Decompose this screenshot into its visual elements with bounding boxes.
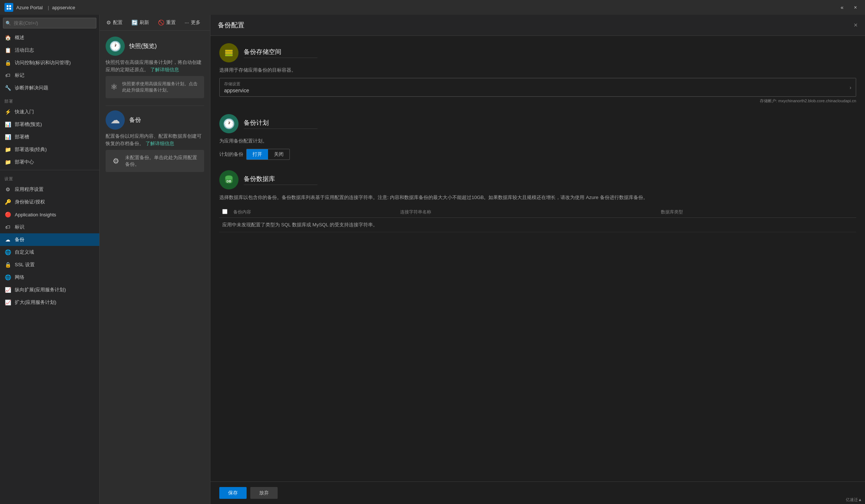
sidebar-item-diagnose[interactable]: 🔧 诊断并解决问题 <box>0 82 99 94</box>
svg-rect-1 <box>225 52 233 54</box>
config-btn[interactable]: ⚙ 配置 <box>104 18 125 27</box>
sidebar-item-ssl[interactable]: 🔒 SSL 设置 <box>0 258 99 271</box>
storage-desc: 选择用于存储应用备份的目标容器。 <box>219 67 856 73</box>
backup-header: ☁ 备份 <box>106 110 204 130</box>
snapshot-warning[interactable]: ⚛ 快照要求使用高级应用服务计划。点击此处升级应用服务计划。 <box>106 76 204 98</box>
sidebar-item-custom-domain[interactable]: 🌐 自定义域 <box>0 246 99 258</box>
dialog-footer: 保存 放弃 <box>210 481 865 504</box>
db-header-checkbox[interactable] <box>222 209 227 214</box>
dialog-title: 备份配置 <box>218 21 244 30</box>
db-col-content: 备份内容 <box>230 207 397 218</box>
nav-label-overview: 概述 <box>15 34 24 41</box>
config-icon: ⚙ <box>106 20 111 25</box>
nav-icon-overview: 🏠 <box>4 34 11 41</box>
dialog-body: 备份存储空间 选择用于存储应用备份的目标容器。 存储设置 appservice … <box>210 36 865 481</box>
sidebar-item-deployment-options[interactable]: 📁 部署选项(经典) <box>0 143 99 156</box>
title-bar-controls: « × <box>837 2 861 13</box>
storage-section: 备份存储空间 选择用于存储应用备份的目标容器。 存储设置 appservice … <box>219 43 856 104</box>
nav-label-deployment-center: 部署中心 <box>15 159 34 165</box>
middle-content: 🕐 快照(预览) 快照托管在高级应用服务计划时，将自动创建应用的定期还原点。 了… <box>100 31 210 504</box>
middle-panel: ⚙ 配置 🔄 刷新 🚫 重置 ··· 更多 🕐 快照(预览) <box>100 15 210 504</box>
schedule-toggle: 计划的备份 打开 关闭 <box>219 149 856 160</box>
nav-label-deployment-slot: 部署槽 <box>15 134 29 140</box>
nav-label-activity-log: 活动日志 <box>15 47 34 54</box>
config-label: 配置 <box>113 19 123 26</box>
search-input[interactable] <box>3 18 96 28</box>
refresh-btn[interactable]: 🔄 刷新 <box>129 18 151 27</box>
schedule-header: 🕐 备份计划 <box>219 114 856 133</box>
configure-icon: ⚙ <box>110 154 121 168</box>
bottom-text: 亿速迁▲ <box>846 497 862 502</box>
snapshot-link[interactable]: 了解详细信息 <box>150 67 179 72</box>
more-btn[interactable]: ··· 更多 <box>182 18 203 27</box>
toggle-group: 打开 关闭 <box>246 149 290 160</box>
sidebar-item-auth[interactable]: 🔑 身份验证/授权 <box>0 196 99 208</box>
sidebar-item-activity-log[interactable]: 📋 活动日志 <box>0 44 99 56</box>
middle-toolbar: ⚙ 配置 🔄 刷新 🚫 重置 ··· 更多 <box>100 15 210 31</box>
nav-icon-backup: ☁ <box>4 236 11 243</box>
nav-label-tags: 标记 <box>15 72 24 79</box>
nav-icon-quickstart: ⚡ <box>4 109 11 115</box>
nav-icon-activity-log: 📋 <box>4 47 11 54</box>
storage-account-text: 存储帐户: mxychinanorth2.blob.core.chinaclou… <box>219 98 856 104</box>
nav-items: 🏠 概述 📋 活动日志 🔒 访问控制(标识和访问管理) 🏷 标记 🔧 诊断并解决… <box>0 31 99 94</box>
configure-text: 未配置备份。单击此处为应用配置备份。 <box>125 154 200 168</box>
reset-btn[interactable]: 🚫 重置 <box>156 18 178 27</box>
nav-icon-app-insights: 🔴 <box>4 211 11 218</box>
nav-divider <box>0 170 99 170</box>
db-title: 备份数据库 <box>244 175 317 185</box>
sidebar-item-scale-up[interactable]: 📈 纵向扩展(应用服务计划) <box>0 284 99 296</box>
nav-label-app-insights: Application Insights <box>15 212 56 217</box>
sidebar-item-app-insights[interactable]: 🔴 Application Insights <box>0 208 99 221</box>
backup-icon: ☁ <box>106 110 125 130</box>
nav-icon-auth: 🔑 <box>4 199 11 205</box>
dialog-close-btn[interactable]: × <box>854 21 858 29</box>
nav-icon-custom-domain: 🌐 <box>4 249 11 256</box>
sidebar-item-network[interactable]: 🌐 网络 <box>0 271 99 284</box>
snapshot-card: 🕐 快照(预览) 快照托管在高级应用服务计划时，将自动创建应用的定期还原点。 了… <box>106 37 204 98</box>
toggle-label: 计划的备份 <box>219 151 243 158</box>
nav-label-deployment-options: 部署选项(经典) <box>15 146 47 153</box>
db-col-conn: 连接字符串名称 <box>397 207 658 218</box>
nav-icon-ssl: 🔒 <box>4 261 11 268</box>
save-button[interactable]: 保存 <box>219 487 247 499</box>
configure-box[interactable]: ⚙ 未配置备份。单击此处为应用配置备份。 <box>106 150 204 172</box>
nav-label-deployment-slot-preview: 部署槽(预览) <box>15 121 42 128</box>
sidebar-item-tags[interactable]: 🏷 标记 <box>0 69 99 82</box>
section-divider <box>106 106 204 106</box>
toggle-off-btn[interactable]: 关闭 <box>268 149 289 160</box>
sidebar-item-app-settings[interactable]: ⚙ 应用程序设置 <box>0 183 99 196</box>
db-desc: 选择数据库以包含你的备份。备份数据库列表基于应用配置的连接字符串。注意: 内容和… <box>219 194 856 202</box>
sidebar-item-deployment-slot[interactable]: 📊 部署槽 <box>0 131 99 143</box>
nav-icon-network: 🌐 <box>4 274 11 281</box>
nav-label-diagnose: 诊断并解决问题 <box>15 85 48 91</box>
sidebar-item-backup[interactable]: ☁ 备份 <box>0 233 99 246</box>
close-btn[interactable]: × <box>850 2 861 13</box>
settings-section-header: 设置 <box>0 172 99 183</box>
bottom-bar: 亿速迁▲ <box>843 496 865 504</box>
nav-label-auth: 身份验证/授权 <box>15 199 45 205</box>
db-empty-row: 应用中未发现配置了类型为 SQL 数据库或 MySQL 的受支持连接字符串。 <box>219 217 856 232</box>
backup-link[interactable]: 了解详细信息 <box>145 141 174 146</box>
collapse-btn[interactable]: « <box>837 2 847 13</box>
sidebar-item-deployment-slot-preview[interactable]: 📊 部署槽(预览) <box>0 118 99 131</box>
sidebar-item-identity[interactable]: 🏷 标识 <box>0 221 99 233</box>
storage-value: appservice <box>224 88 249 93</box>
sidebar-item-deployment-center[interactable]: 📁 部署中心 <box>0 156 99 168</box>
snapshot-icon: 🕐 <box>106 37 125 56</box>
storage-title: 备份存储空间 <box>244 48 317 58</box>
svg-text:DB: DB <box>227 179 231 183</box>
storage-arrow-icon: › <box>849 85 851 90</box>
toggle-on-btn[interactable]: 打开 <box>247 149 268 160</box>
nav-label-custom-domain: 自定义域 <box>15 249 34 256</box>
sidebar-item-scale-out[interactable]: 📈 扩大(应用服务计划) <box>0 296 99 309</box>
sidebar-item-overview[interactable]: 🏠 概述 <box>0 31 99 44</box>
schedule-title: 备份计划 <box>244 119 317 129</box>
sidebar-item-quickstart[interactable]: ⚡ 快速入门 <box>0 106 99 118</box>
sidebar-item-access-control[interactable]: 🔒 访问控制(标识和访问管理) <box>0 56 99 69</box>
sidebar-search-container: 🔍 <box>3 18 96 28</box>
nav-label-access-control: 访问控制(标识和访问管理) <box>15 59 71 66</box>
storage-selector[interactable]: 存储设置 appservice › <box>219 78 856 97</box>
storage-icon <box>219 43 238 62</box>
discard-button[interactable]: 放弃 <box>250 487 278 499</box>
